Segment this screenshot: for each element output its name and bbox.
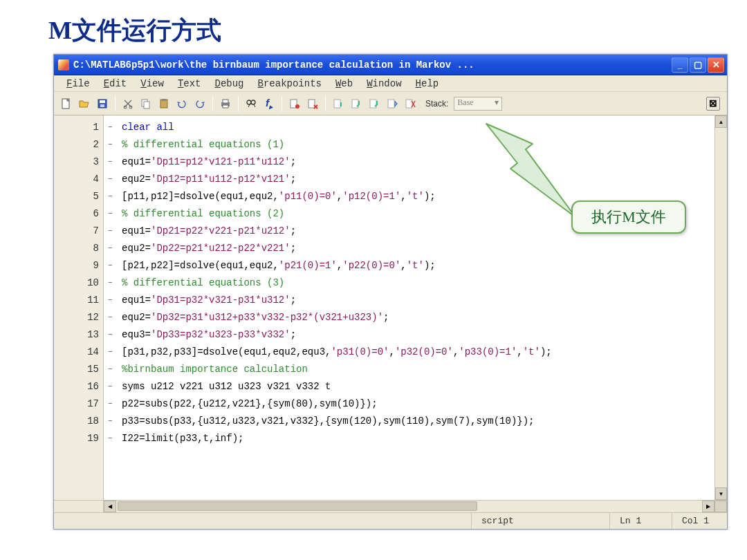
open-file-icon[interactable] [76,95,93,112]
toolbar: f▸ Stack: Base ▾ ⊠ [54,92,727,115]
breakpoint-clear-icon[interactable] [304,95,321,112]
horizontal-scrollbar[interactable]: ◀ ▶ [54,500,727,512]
svg-rect-11 [223,100,228,103]
code-line[interactable]: p22=subs(p22,{u212,v221},{sym(80),sym(10… [122,395,714,412]
code-line[interactable]: [p21,p22]=dsolve(equ1,equ2,'p21(0)=1','p… [122,256,714,274]
menu-file[interactable]: File [59,77,97,91]
maximize-button[interactable]: ▢ [690,57,706,73]
matlab-icon [58,59,69,71]
code-line[interactable]: equ2='Dp32=p31*u312+p33*v332-p32*(v321+u… [122,308,714,326]
status-type: script [471,513,609,529]
find-icon[interactable] [243,95,259,112]
menu-help[interactable]: Help [409,77,446,91]
window-title: C:\MATLAB6p5p1\work\the birnbaum importa… [73,59,672,71]
menu-window[interactable]: Window [360,77,408,91]
step-icon[interactable] [330,95,347,112]
menu-web[interactable]: Web [329,77,360,91]
code-line[interactable]: I22=limit(p33,t,inf); [122,429,714,447]
svg-rect-3 [100,104,104,107]
paste-icon[interactable] [156,95,172,112]
undo-icon[interactable] [174,95,190,112]
code-line[interactable]: [p31,p32,p33]=dsolve(equ1,equ2,equ3,'p31… [122,343,714,360]
svg-rect-7 [144,102,149,109]
svg-rect-2 [100,100,105,103]
code-line[interactable]: % differential equations (1) [122,136,714,153]
code-editor[interactable]: 1–2–3–4–5–6–7–8–9–10–11–12–13–14–15–16–1… [54,115,727,500]
menu-edit[interactable]: Edit [97,77,134,91]
code-line[interactable]: % differential equations (3) [122,274,714,291]
status-col: Col 1 [672,513,727,529]
callout-label: 执行M文件 [571,200,686,234]
line-gutter: 1–2–3–4–5–6–7–8–9–10–11–12–13–14–15–16–1… [54,115,104,500]
code-line[interactable]: equ1='Dp11=p12*v121-p11*u112'; [122,153,714,170]
code-line[interactable]: equ2='Dp22=p21*u212-p22*v221'; [122,239,714,256]
stack-label: Stack: [425,99,448,109]
scroll-thumb[interactable] [118,501,477,511]
stack-select[interactable]: Base ▾ [454,97,502,111]
code-line[interactable]: equ2='Dp12=p11*u112-p12*v121'; [122,170,714,187]
menubar: FileEditViewTextDebugBreakpointsWebWindo… [54,75,727,92]
close-button[interactable]: ✕ [708,57,724,73]
matlab-editor-window: C:\MATLAB6p5p1\work\the birnbaum importa… [53,54,728,530]
print-icon[interactable] [217,95,234,112]
svg-line-16 [254,104,255,107]
scroll-right-icon[interactable]: ▶ [702,501,714,512]
svg-point-14 [251,100,255,104]
panel-close-icon[interactable]: ⊠ [706,97,720,111]
new-file-icon[interactable] [58,95,75,112]
function-icon[interactable]: f▸ [261,95,277,112]
code-area[interactable]: clear all% differential equations (1)equ… [104,115,714,500]
redo-icon[interactable] [192,95,208,112]
code-line[interactable]: %birnbaum importance calculation [122,360,714,377]
menu-text[interactable]: Text [171,77,208,91]
scroll-left-icon[interactable]: ◀ [104,501,116,512]
minimize-button[interactable]: _ [672,57,688,73]
svg-point-18 [295,104,299,109]
vertical-scrollbar[interactable]: ▲ ▼ [714,115,727,500]
step-in-icon[interactable] [348,95,365,112]
menu-debug[interactable]: Debug [208,77,251,91]
page-title: M文件运行方式 [0,0,747,56]
titlebar[interactable]: C:\MATLAB6p5p1\work\the birnbaum importa… [54,55,727,75]
code-line[interactable]: syms u212 v221 u312 u323 v321 v332 t [122,377,714,395]
code-line[interactable]: clear all [122,118,714,136]
svg-rect-19 [308,100,315,108]
breakpoint-set-icon[interactable] [286,95,303,112]
code-line[interactable]: equ1='Dp31=p32*v321-p31*u312'; [122,291,714,308]
scroll-down-icon[interactable]: ▼ [715,487,727,500]
menu-breakpoints[interactable]: Breakpoints [251,77,329,91]
svg-point-13 [247,100,251,104]
exit-debug-icon[interactable] [402,95,418,112]
svg-rect-9 [162,99,166,101]
code-line[interactable]: p33=subs(p33,{u312,u323,v321,v332},{sym(… [122,412,714,429]
cut-icon[interactable] [120,95,136,112]
scroll-up-icon[interactable]: ▲ [715,115,727,128]
copy-icon[interactable] [138,95,154,112]
svg-rect-12 [223,105,228,108]
menu-view[interactable]: View [133,77,171,91]
svg-rect-20 [334,100,340,108]
step-out-icon[interactable] [366,95,382,112]
svg-rect-23 [388,100,394,108]
code-line[interactable]: equ3='Dp33=p32*u323-p33*v332'; [122,326,714,343]
run-icon[interactable] [384,95,400,112]
statusbar: script Ln 1 Col 1 [54,512,727,529]
status-line: Ln 1 [609,513,672,529]
save-icon[interactable] [94,95,111,112]
